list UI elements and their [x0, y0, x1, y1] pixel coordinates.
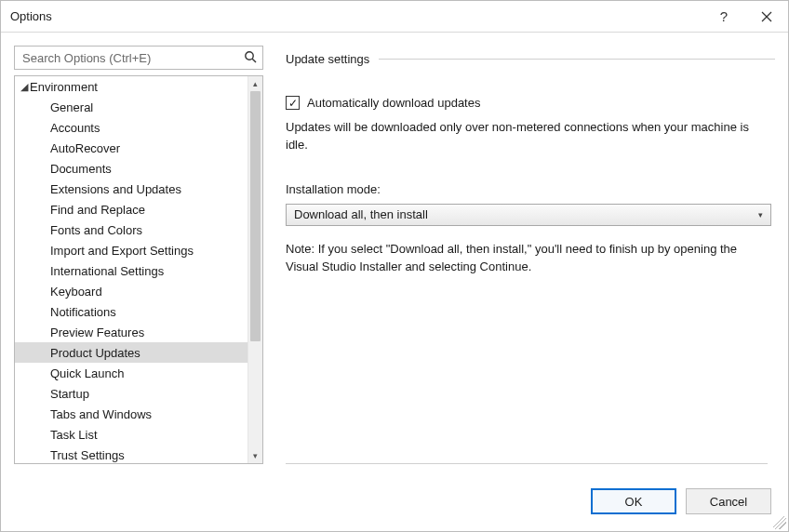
settings-panel: Update settings ✓ Automatically download…: [263, 46, 775, 464]
tree-item[interactable]: Task List: [15, 424, 247, 445]
tree-item-label: Quick Launch: [50, 366, 125, 380]
tree-item[interactable]: Find and Replace: [15, 199, 247, 219]
resize-grip[interactable]: [773, 516, 786, 529]
tree-item-label: Fonts and Colors: [50, 223, 142, 237]
search-icon: [244, 50, 257, 66]
tree-item[interactable]: Product Updates: [15, 342, 247, 363]
tree-item[interactable]: Trust Settings: [15, 445, 247, 463]
tree-item[interactable]: Notifications: [15, 301, 247, 322]
tree-item[interactable]: Startup: [15, 383, 247, 404]
chevron-down-icon: ▾: [758, 210, 763, 219]
auto-download-description: Updates will be downloaded only over non…: [286, 119, 769, 154]
titlebar: Options ?: [1, 1, 788, 33]
tree-item-label: Documents: [50, 162, 112, 176]
svg-line-3: [252, 59, 256, 62]
tree-root-label: Environment: [30, 80, 98, 94]
tree-item-label: Notifications: [50, 305, 116, 319]
tree-item-label: Preview Features: [50, 326, 144, 339]
tree-item-label: Find and Replace: [50, 203, 145, 217]
auto-download-checkbox[interactable]: ✓ Automatically download updates: [286, 96, 775, 110]
tree-item-label: Task List: [50, 428, 98, 442]
cancel-button[interactable]: Cancel: [686, 488, 771, 514]
tree-scrollbar[interactable]: ▴ ▾: [247, 76, 262, 463]
tree-item[interactable]: Fonts and Colors: [15, 219, 247, 240]
search-options[interactable]: [14, 46, 263, 70]
tree-item[interactable]: Tabs and Windows: [15, 404, 247, 424]
checkbox-icon: ✓: [286, 96, 300, 110]
tree-item[interactable]: Preview Features: [15, 322, 247, 342]
tree-item[interactable]: Import and Export Settings: [15, 240, 247, 260]
tree-item[interactable]: Documents: [15, 158, 247, 179]
ok-button[interactable]: OK: [591, 488, 676, 514]
install-mode-dropdown[interactable]: Download all, then install ▾: [286, 204, 771, 226]
install-mode-note: Note: If you select "Download all, then …: [286, 241, 769, 276]
separator: [286, 463, 768, 464]
tree-item[interactable]: Keyboard: [15, 281, 247, 301]
tree-item-label: International Settings: [50, 264, 164, 278]
close-icon: [761, 11, 772, 22]
tree-item[interactable]: AutoRecover: [15, 138, 247, 158]
scroll-down-icon[interactable]: ▾: [248, 448, 262, 463]
search-input[interactable]: [20, 50, 244, 66]
tree-item-label: Trust Settings: [50, 448, 125, 462]
tree-item-label: Startup: [50, 387, 89, 401]
install-mode-label: Installation mode:: [286, 182, 775, 196]
tree-item-label: Product Updates: [50, 346, 140, 360]
svg-point-2: [246, 51, 253, 59]
scroll-up-icon[interactable]: ▴: [248, 76, 262, 91]
tree-item[interactable]: Quick Launch: [15, 363, 247, 383]
tree-item-label: AutoRecover: [50, 141, 120, 155]
tree-item-label: General: [50, 100, 93, 114]
options-tree: ◢ Environment GeneralAccountsAutoRecover…: [14, 75, 263, 464]
section-rule: [379, 59, 775, 60]
tree-item[interactable]: General: [15, 97, 247, 117]
section-title: Update settings: [286, 52, 369, 66]
tree-item-label: Keyboard: [50, 285, 102, 299]
install-mode-value: Download all, then install: [294, 207, 428, 221]
tree-item[interactable]: Accounts: [15, 117, 247, 138]
caret-down-icon: ◢: [19, 81, 30, 93]
scroll-thumb[interactable]: [250, 91, 261, 341]
tree-item-label: Tabs and Windows: [50, 407, 152, 421]
dialog-title: Options: [10, 9, 52, 23]
tree-item-label: Import and Export Settings: [50, 244, 194, 258]
help-button[interactable]: ?: [702, 1, 745, 33]
tree-item[interactable]: Extensions and Updates: [15, 179, 247, 199]
tree-item-label: Accounts: [50, 121, 100, 135]
tree-root-environment[interactable]: ◢ Environment: [15, 76, 247, 97]
tree-item[interactable]: International Settings: [15, 260, 247, 281]
scroll-track[interactable]: [248, 91, 262, 448]
tree-item-label: Extensions and Updates: [50, 182, 181, 196]
close-button[interactable]: [745, 1, 788, 33]
auto-download-label: Automatically download updates: [307, 96, 480, 110]
